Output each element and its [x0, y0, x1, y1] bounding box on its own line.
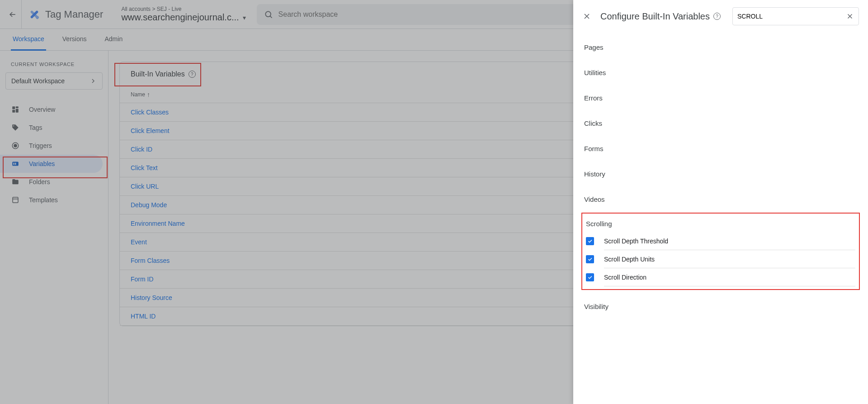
panel-title: Configure Built-In Variables [600, 11, 710, 22]
variable-checkbox-row[interactable]: Scroll Depth Threshold [582, 232, 859, 250]
panel-search-input[interactable] [737, 13, 846, 20]
variable-checkbox-row[interactable]: Scroll Direction [582, 268, 859, 286]
variable-label: Scroll Depth Threshold [604, 232, 855, 250]
panel-header: Configure Built-In Variables ? [573, 0, 868, 33]
variable-category[interactable]: Visibility [584, 294, 857, 319]
close-button[interactable] [582, 12, 593, 21]
scrolling-group-label[interactable]: Scrolling [582, 217, 859, 232]
variable-category[interactable]: History [584, 161, 857, 186]
check-icon [587, 275, 593, 280]
panel-search[interactable] [732, 7, 859, 25]
scrolling-group-highlight: Scrolling Scroll Depth ThresholdScroll D… [581, 213, 860, 290]
clear-search-button[interactable] [846, 12, 854, 20]
checkbox[interactable] [586, 273, 594, 281]
variable-category[interactable]: Pages [584, 34, 857, 60]
variable-label: Scroll Direction [604, 268, 855, 286]
help-icon[interactable]: ? [713, 13, 721, 20]
configure-variables-panel: Configure Built-In Variables ? PagesUtil… [573, 0, 868, 404]
variable-category[interactable]: Videos [584, 186, 857, 212]
variable-category[interactable]: Errors [584, 85, 857, 110]
checkbox[interactable] [586, 255, 594, 263]
close-icon [582, 12, 591, 21]
close-icon [846, 12, 854, 20]
variable-category[interactable]: Utilities [584, 60, 857, 85]
variable-label: Scroll Depth Units [604, 250, 855, 268]
variable-category[interactable]: Clicks [584, 110, 857, 136]
variable-category[interactable]: Forms [584, 136, 857, 161]
checkbox[interactable] [586, 237, 594, 245]
variable-checkbox-row[interactable]: Scroll Depth Units [582, 250, 859, 268]
panel-body: PagesUtilitiesErrorsClicksFormsHistoryVi… [573, 33, 868, 404]
check-icon [587, 257, 593, 262]
check-icon [587, 238, 593, 244]
